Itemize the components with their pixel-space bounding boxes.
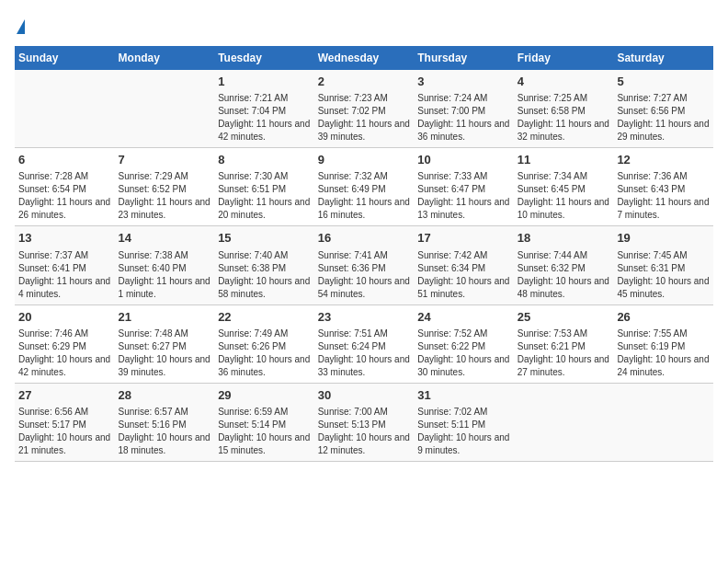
calendar-cell: 27Sunrise: 6:56 AM Sunset: 5:17 PM Dayli… bbox=[15, 383, 115, 461]
calendar-cell: 1Sunrise: 7:21 AM Sunset: 7:04 PM Daylig… bbox=[214, 70, 314, 148]
weekday-header: Monday bbox=[115, 46, 215, 70]
weekday-header: Wednesday bbox=[314, 46, 415, 70]
cell-info: Sunrise: 7:38 AM Sunset: 6:40 PM Dayligh… bbox=[119, 249, 211, 301]
cell-info: Sunrise: 7:49 AM Sunset: 6:26 PM Dayligh… bbox=[218, 327, 311, 379]
calendar-week-row: 6Sunrise: 7:28 AM Sunset: 6:54 PM Daylig… bbox=[15, 148, 713, 226]
weekday-header: Sunday bbox=[15, 46, 115, 70]
day-number: 31 bbox=[417, 387, 510, 404]
cell-info: Sunrise: 7:52 AM Sunset: 6:22 PM Dayligh… bbox=[417, 327, 510, 379]
calendar-cell bbox=[613, 383, 713, 461]
logo bbox=[15, 15, 25, 35]
calendar-cell bbox=[15, 70, 115, 148]
page-header bbox=[15, 15, 713, 35]
calendar-cell: 28Sunrise: 6:57 AM Sunset: 5:16 PM Dayli… bbox=[115, 383, 215, 461]
day-number: 14 bbox=[119, 230, 211, 247]
cell-info: Sunrise: 7:46 AM Sunset: 6:29 PM Dayligh… bbox=[18, 327, 111, 379]
day-number: 11 bbox=[518, 152, 610, 168]
calendar-cell: 13Sunrise: 7:37 AM Sunset: 6:41 PM Dayli… bbox=[15, 226, 115, 304]
cell-info: Sunrise: 6:56 AM Sunset: 5:17 PM Dayligh… bbox=[18, 406, 111, 457]
cell-info: Sunrise: 7:34 AM Sunset: 6:45 PM Dayligh… bbox=[518, 170, 610, 222]
day-number: 2 bbox=[318, 74, 411, 90]
day-number: 26 bbox=[617, 309, 710, 326]
cell-info: Sunrise: 7:40 AM Sunset: 6:38 PM Dayligh… bbox=[218, 249, 311, 301]
weekday-header: Thursday bbox=[414, 46, 514, 70]
calendar-cell: 18Sunrise: 7:44 AM Sunset: 6:32 PM Dayli… bbox=[514, 226, 614, 304]
cell-info: Sunrise: 7:36 AM Sunset: 6:43 PM Dayligh… bbox=[617, 170, 710, 222]
cell-info: Sunrise: 7:25 AM Sunset: 6:58 PM Dayligh… bbox=[518, 92, 610, 144]
header-row: SundayMondayTuesdayWednesdayThursdayFrid… bbox=[15, 46, 713, 70]
cell-info: Sunrise: 7:27 AM Sunset: 6:56 PM Dayligh… bbox=[617, 92, 710, 144]
day-number: 20 bbox=[18, 309, 111, 326]
cell-info: Sunrise: 7:02 AM Sunset: 5:11 PM Dayligh… bbox=[417, 406, 510, 457]
calendar-cell: 19Sunrise: 7:45 AM Sunset: 6:31 PM Dayli… bbox=[613, 226, 713, 304]
cell-info: Sunrise: 7:29 AM Sunset: 6:52 PM Dayligh… bbox=[119, 170, 211, 222]
calendar-cell: 24Sunrise: 7:52 AM Sunset: 6:22 PM Dayli… bbox=[414, 304, 514, 383]
calendar-cell: 6Sunrise: 7:28 AM Sunset: 6:54 PM Daylig… bbox=[15, 148, 115, 226]
day-number: 7 bbox=[119, 152, 211, 168]
cell-info: Sunrise: 6:57 AM Sunset: 5:16 PM Dayligh… bbox=[119, 406, 211, 457]
day-number: 3 bbox=[417, 74, 510, 90]
calendar-cell: 25Sunrise: 7:53 AM Sunset: 6:21 PM Dayli… bbox=[514, 304, 614, 383]
day-number: 16 bbox=[318, 230, 411, 247]
calendar-cell: 8Sunrise: 7:30 AM Sunset: 6:51 PM Daylig… bbox=[214, 148, 314, 226]
day-number: 24 bbox=[417, 309, 510, 326]
cell-info: Sunrise: 7:42 AM Sunset: 6:34 PM Dayligh… bbox=[417, 249, 510, 301]
weekday-header: Tuesday bbox=[214, 46, 314, 70]
calendar-cell: 16Sunrise: 7:41 AM Sunset: 6:36 PM Dayli… bbox=[314, 226, 415, 304]
logo-triangle-icon bbox=[17, 19, 25, 34]
cell-info: Sunrise: 7:45 AM Sunset: 6:31 PM Dayligh… bbox=[617, 249, 710, 301]
cell-info: Sunrise: 7:28 AM Sunset: 6:54 PM Dayligh… bbox=[18, 170, 111, 222]
cell-info: Sunrise: 7:44 AM Sunset: 6:32 PM Dayligh… bbox=[518, 249, 610, 301]
cell-info: Sunrise: 7:37 AM Sunset: 6:41 PM Dayligh… bbox=[18, 249, 111, 301]
calendar-cell: 23Sunrise: 7:51 AM Sunset: 6:24 PM Dayli… bbox=[314, 304, 415, 383]
calendar-cell: 31Sunrise: 7:02 AM Sunset: 5:11 PM Dayli… bbox=[414, 383, 514, 461]
calendar-cell: 30Sunrise: 7:00 AM Sunset: 5:13 PM Dayli… bbox=[314, 383, 415, 461]
day-number: 27 bbox=[18, 387, 111, 404]
day-number: 23 bbox=[318, 309, 411, 326]
calendar-cell: 4Sunrise: 7:25 AM Sunset: 6:58 PM Daylig… bbox=[514, 70, 614, 148]
calendar-cell: 9Sunrise: 7:32 AM Sunset: 6:49 PM Daylig… bbox=[314, 148, 415, 226]
cell-info: Sunrise: 7:30 AM Sunset: 6:51 PM Dayligh… bbox=[218, 170, 311, 222]
day-number: 6 bbox=[18, 152, 111, 168]
cell-info: Sunrise: 7:53 AM Sunset: 6:21 PM Dayligh… bbox=[518, 327, 610, 379]
day-number: 9 bbox=[318, 152, 411, 168]
calendar-cell: 29Sunrise: 6:59 AM Sunset: 5:14 PM Dayli… bbox=[214, 383, 314, 461]
cell-info: Sunrise: 7:23 AM Sunset: 7:02 PM Dayligh… bbox=[318, 92, 411, 144]
calendar-cell: 7Sunrise: 7:29 AM Sunset: 6:52 PM Daylig… bbox=[115, 148, 215, 226]
cell-info: Sunrise: 7:48 AM Sunset: 6:27 PM Dayligh… bbox=[119, 327, 211, 379]
calendar-cell: 10Sunrise: 7:33 AM Sunset: 6:47 PM Dayli… bbox=[414, 148, 514, 226]
day-number: 5 bbox=[617, 74, 710, 90]
day-number: 25 bbox=[518, 309, 610, 326]
day-number: 29 bbox=[218, 387, 311, 404]
day-number: 4 bbox=[518, 74, 610, 90]
day-number: 13 bbox=[18, 230, 111, 247]
calendar-cell bbox=[115, 70, 215, 148]
calendar-cell: 17Sunrise: 7:42 AM Sunset: 6:34 PM Dayli… bbox=[414, 226, 514, 304]
cell-info: Sunrise: 7:32 AM Sunset: 6:49 PM Dayligh… bbox=[318, 170, 411, 222]
calendar-cell: 3Sunrise: 7:24 AM Sunset: 7:00 PM Daylig… bbox=[414, 70, 514, 148]
calendar-week-row: 13Sunrise: 7:37 AM Sunset: 6:41 PM Dayli… bbox=[15, 226, 713, 304]
day-number: 22 bbox=[218, 309, 311, 326]
cell-info: Sunrise: 7:24 AM Sunset: 7:00 PM Dayligh… bbox=[417, 92, 510, 144]
cell-info: Sunrise: 7:33 AM Sunset: 6:47 PM Dayligh… bbox=[417, 170, 510, 222]
day-number: 17 bbox=[417, 230, 510, 247]
calendar-cell: 2Sunrise: 7:23 AM Sunset: 7:02 PM Daylig… bbox=[314, 70, 415, 148]
day-number: 8 bbox=[218, 152, 311, 168]
calendar-cell: 11Sunrise: 7:34 AM Sunset: 6:45 PM Dayli… bbox=[514, 148, 614, 226]
calendar-cell: 26Sunrise: 7:55 AM Sunset: 6:19 PM Dayli… bbox=[613, 304, 713, 383]
calendar-week-row: 27Sunrise: 6:56 AM Sunset: 5:17 PM Dayli… bbox=[15, 383, 713, 461]
calendar-cell: 21Sunrise: 7:48 AM Sunset: 6:27 PM Dayli… bbox=[115, 304, 215, 383]
calendar-cell: 15Sunrise: 7:40 AM Sunset: 6:38 PM Dayli… bbox=[214, 226, 314, 304]
cell-info: Sunrise: 7:51 AM Sunset: 6:24 PM Dayligh… bbox=[318, 327, 411, 379]
day-number: 1 bbox=[218, 74, 311, 90]
cell-info: Sunrise: 7:41 AM Sunset: 6:36 PM Dayligh… bbox=[318, 249, 411, 301]
cell-info: Sunrise: 6:59 AM Sunset: 5:14 PM Dayligh… bbox=[218, 406, 311, 457]
day-number: 21 bbox=[119, 309, 211, 326]
cell-info: Sunrise: 7:00 AM Sunset: 5:13 PM Dayligh… bbox=[318, 406, 411, 457]
calendar-cell bbox=[514, 383, 614, 461]
day-number: 10 bbox=[417, 152, 510, 168]
day-number: 15 bbox=[218, 230, 311, 247]
cell-info: Sunrise: 7:21 AM Sunset: 7:04 PM Dayligh… bbox=[218, 92, 311, 144]
weekday-header: Saturday bbox=[613, 46, 713, 70]
calendar-week-row: 20Sunrise: 7:46 AM Sunset: 6:29 PM Dayli… bbox=[15, 304, 713, 383]
